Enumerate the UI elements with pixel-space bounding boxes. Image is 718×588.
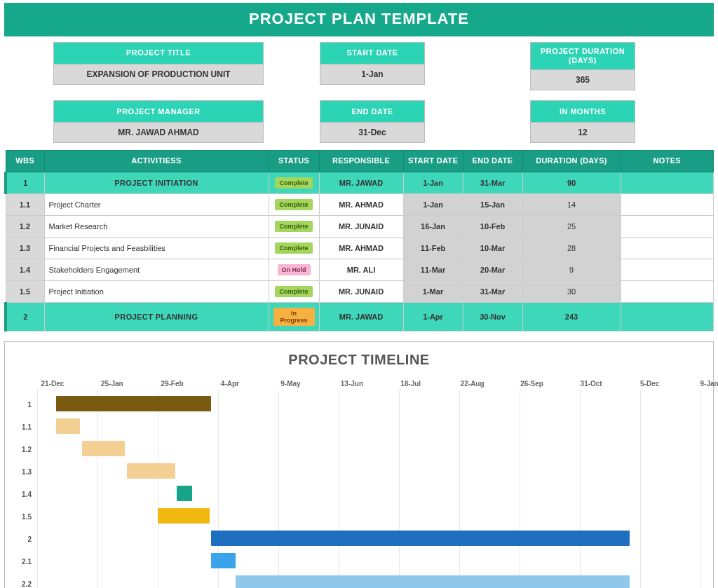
table-header-row: WBS ACTIVITIESS STATUS RESPONSIBLE START… <box>6 151 714 172</box>
notes-cell <box>621 215 714 237</box>
end-date-cell: 30-Nov <box>463 302 522 331</box>
responsible-cell: MR. JUNAID <box>319 215 403 237</box>
wbs-cell: 1.2 <box>6 215 44 237</box>
start-date-cell: 1-Jan <box>403 172 463 193</box>
activity-cell: Project Initiation <box>44 280 269 302</box>
col-start: START DATE <box>403 151 463 172</box>
timeline-tick-label: 21-Dec <box>41 380 42 388</box>
col-wbs: WBS <box>6 151 44 172</box>
duration-cell: 28 <box>522 237 621 259</box>
timeline-row-label: 1 <box>13 401 37 409</box>
timeline-row: 2.1 <box>13 551 700 573</box>
notes-cell <box>621 302 714 331</box>
end-date-cell: 31-Mar <box>463 172 522 193</box>
timeline-tick-label: 4-Apr <box>221 380 222 388</box>
timeline-tick-label: 25-Jan <box>101 380 102 388</box>
timeline-track <box>37 394 700 416</box>
timeline-bar <box>56 418 80 434</box>
timeline-body: 11.11.21.31.41.522.12.2 <box>13 394 700 588</box>
timeline-tick-label: 13-Jun <box>341 380 341 388</box>
timeline-tick-label: 26-Sep <box>520 380 521 388</box>
timeline-row: 2.2 <box>13 573 700 588</box>
timeline-tick-label: 29-Feb <box>161 380 161 388</box>
timeline-track <box>37 551 700 573</box>
col-act: ACTIVITIESS <box>44 151 269 172</box>
responsible-cell: MR. JAWAD <box>319 172 403 193</box>
status-cell: Complete <box>269 172 319 193</box>
status-cell: Complete <box>269 215 319 237</box>
timeline-bar <box>211 553 235 568</box>
timeline-row: 2 <box>13 528 700 551</box>
wbs-cell: 2 <box>6 302 44 331</box>
timeline-tick-label: 31-Oct <box>581 380 581 388</box>
duration-cell: 243 <box>522 302 621 331</box>
status-cell: Complete <box>269 193 319 215</box>
duration-cell: 9 <box>522 259 621 280</box>
timeline-track <box>37 484 700 506</box>
status-cell: Complete <box>269 237 319 259</box>
timeline-bar <box>211 531 630 546</box>
timeline-row-label: 2 <box>13 535 37 543</box>
duration-cell: 14 <box>522 193 621 215</box>
timeline-panel: PROJECT TIMELINE 21-Dec25-Jan29-Feb4-Apr… <box>4 341 714 588</box>
col-resp: RESPONSIBLE <box>319 151 403 172</box>
timeline-row-label: 1.5 <box>13 513 37 521</box>
timeline-row: 1.3 <box>13 461 700 484</box>
notes-cell <box>621 280 714 302</box>
label-in-months: IN MONTHS <box>530 100 635 123</box>
end-date-cell: 10-Mar <box>463 237 522 259</box>
wbs-cell: 1 <box>6 172 44 193</box>
timeline-track <box>37 416 700 439</box>
timeline-row-label: 2.1 <box>13 558 37 566</box>
timeline-row-label: 1.3 <box>13 468 37 476</box>
activity-cell: Stakeholders Engagement <box>44 259 269 280</box>
start-date-cell: 1-Mar <box>403 280 463 302</box>
responsible-cell: MR. AHMAD <box>319 237 403 259</box>
duration-cell: 30 <box>522 280 621 302</box>
table-row: 1.4Stakeholders EngagementOn HoldMR. ALI… <box>6 259 714 280</box>
end-date-cell: 15-Jan <box>463 193 522 215</box>
duration-cell: 90 <box>522 172 621 193</box>
activities-table: WBS ACTIVITIESS STATUS RESPONSIBLE START… <box>4 150 714 331</box>
notes-cell <box>621 259 714 280</box>
table-row: 1.2Market ResearchCompleteMR. JUNAID16-J… <box>6 215 714 237</box>
notes-cell <box>621 172 714 193</box>
meta-row-1: PROJECT TITLE EXPANSION OF PRODUCTION UN… <box>0 42 718 90</box>
timeline-tick-label: 9-Jan <box>700 380 701 388</box>
timeline-bar <box>82 441 125 456</box>
responsible-cell: MR. JAWAD <box>319 302 403 331</box>
start-date-cell: 16-Jan <box>403 215 463 237</box>
activity-cell: Project Charter <box>44 193 269 215</box>
responsible-cell: MR. JUNAID <box>319 280 403 302</box>
section-row: 1PROJECT INITIATIONCompleteMR. JAWAD1-Ja… <box>6 172 714 193</box>
timeline-tick-label: 22-Aug <box>461 380 461 388</box>
table-row: 1.5Project InitiationCompleteMR. JUNAID1… <box>6 280 714 302</box>
status-badge: Complete <box>275 286 312 297</box>
responsible-cell: MR. AHMAD <box>319 193 403 215</box>
timeline-track <box>37 461 700 484</box>
label-duration-days: PROJECT DURATION (DAYS) <box>530 42 635 70</box>
wbs-cell: 1.3 <box>6 237 44 259</box>
label-end-date: END DATE <box>320 100 425 123</box>
activity-cell: Financial Projects and Feasbilities <box>44 237 269 259</box>
col-dur: DURATION (DAYS) <box>522 151 621 172</box>
timeline-tick-label: 18-Jul <box>400 380 401 388</box>
activity-cell: Market Research <box>44 215 269 237</box>
status-badge: Complete <box>275 199 312 210</box>
col-stat: STATUS <box>269 151 319 172</box>
end-date-cell: 31-Mar <box>463 280 522 302</box>
timeline-bar <box>236 575 630 588</box>
timeline-row-label: 1.1 <box>13 423 37 431</box>
status-badge: Complete <box>275 242 312 254</box>
status-badge: Complete <box>275 177 312 189</box>
col-notes: NOTES <box>621 151 714 172</box>
timeline-row-label: 2.2 <box>13 580 37 588</box>
value-end-date: 31-Dec <box>320 123 425 143</box>
start-date-cell: 1-Apr <box>403 302 463 331</box>
activity-cell: PROJECT INITIATION <box>44 172 269 193</box>
value-start-date: 1-Jan <box>320 64 425 85</box>
timeline-row-label: 1.2 <box>13 446 37 453</box>
label-project-title: PROJECT TITLE <box>53 42 264 64</box>
value-duration-days: 365 <box>530 70 635 90</box>
wbs-cell: 1.4 <box>6 259 44 280</box>
